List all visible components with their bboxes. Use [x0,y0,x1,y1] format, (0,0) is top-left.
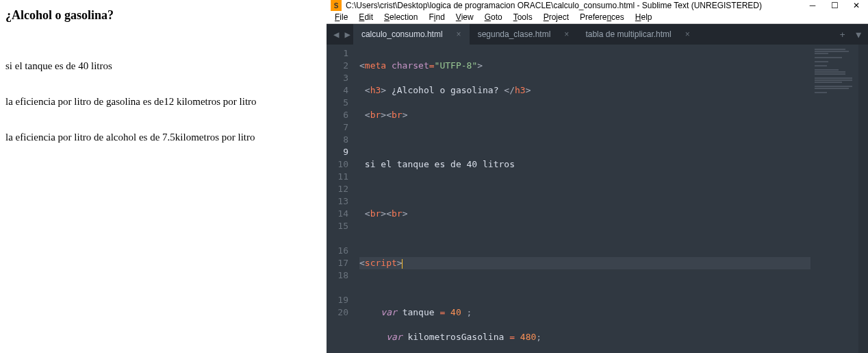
tab-segunda-clase[interactable]: segunda_clase.html × [470,24,578,45]
maximize-button[interactable]: ☐ [830,1,839,10]
tab-tabla-multiplicar[interactable]: tabla de multiplicar.html × [577,24,698,45]
code-area[interactable]: <meta charset="UTFP-8"> <h3> ¿Alcohol o … [354,45,810,353]
editor[interactable]: 1 2 3 4 5 6 7 8 9 10 11 12 13 14 15 16 1… [327,45,868,353]
window-title: C:\Users\crist\Desktop\logica de program… [346,1,808,10]
minimize-button[interactable]: ─ [808,1,817,10]
preview-line-2: la eficiencia por litro de gasolina es d… [5,96,321,108]
tab-overflow-icon[interactable]: + ▼ [840,29,868,40]
menu-goto[interactable]: Goto [481,11,507,23]
page-heading: ¿Alcohol o gasolina? [5,8,321,23]
preview-line-1: si el tanque es de 40 litros [5,60,321,72]
tab-bar: ◀ ▶ calculo_consumo.html × segunda_clase… [327,24,868,45]
menu-file[interactable]: File [331,11,352,23]
text-cursor [402,259,403,269]
title-bar[interactable]: S C:\Users\crist\Desktop\logica de progr… [327,0,868,11]
tab-close-icon[interactable]: × [457,29,461,39]
line-gutter: 1 2 3 4 5 6 7 8 9 10 11 12 13 14 15 16 1… [327,45,354,353]
close-button[interactable]: ✕ [852,1,861,10]
menu-help[interactable]: Help [631,11,656,23]
tab-label: calculo_consumo.html [361,29,443,39]
nav-back-icon[interactable]: ◀ [331,29,342,40]
preview-line-3: la eficiencia por litro de alcohol es de… [5,132,321,143]
sublime-window: S C:\Users\crist\Desktop\logica de progr… [327,0,868,353]
tab-calculo-consumo[interactable]: calculo_consumo.html × [353,24,470,45]
menu-bar: File Edit Selection Find View Goto Tools… [327,11,868,24]
browser-preview: ¿Alcohol o gasolina? si el tanque es de … [0,0,327,353]
tab-label: tabla de multiplicar.html [585,29,671,39]
nav-forward-icon[interactable]: ▶ [342,29,353,40]
menu-project[interactable]: Project [539,11,573,23]
menu-edit[interactable]: Edit [355,11,377,23]
menu-tools[interactable]: Tools [509,11,537,23]
tab-close-icon[interactable]: × [685,29,690,39]
vertical-scrollbar[interactable] [858,45,868,353]
menu-selection[interactable]: Selection [380,11,422,23]
menu-preferences[interactable]: Preferences [576,11,628,23]
menu-find[interactable]: Find [424,11,448,23]
app-logo-icon: S [331,0,342,11]
tab-close-icon[interactable]: × [564,29,569,39]
minimap[interactable] [810,45,858,353]
tab-label: segunda_clase.html [478,29,551,39]
menu-view[interactable]: View [452,11,478,23]
